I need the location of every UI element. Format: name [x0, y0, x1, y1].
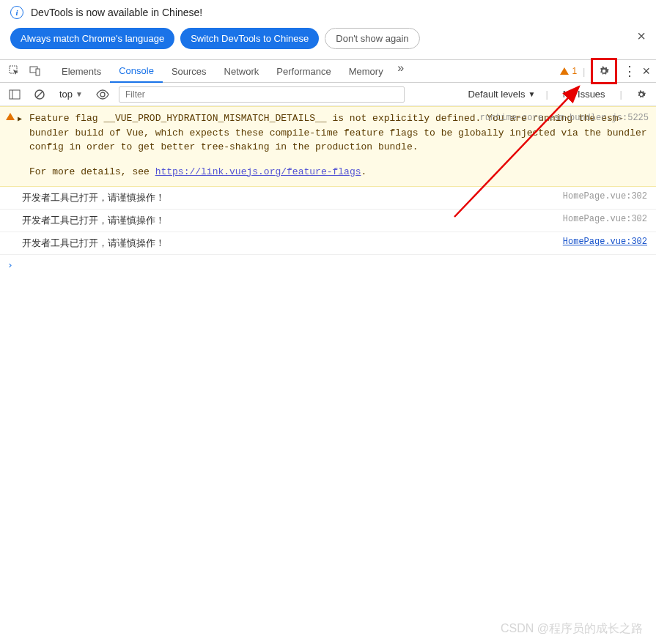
log-levels-selector[interactable]: Default levels ▼ [468, 89, 535, 100]
svg-line-6 [37, 92, 43, 97]
console-log-message[interactable]: 开发者工具已打开，请谨慎操作！ HomePage.vue:302 [0, 210, 656, 232]
console-settings-gear-icon[interactable] [633, 86, 650, 103]
message-source-link[interactable]: runtime-core.esm-bundler.js:5225 [480, 111, 649, 125]
clear-console-icon[interactable] [31, 86, 48, 103]
message-source-link[interactable]: HomePage.vue:302 [563, 214, 647, 224]
devtools-close-icon[interactable]: × [642, 64, 650, 79]
warning-triangle-icon [560, 67, 569, 75]
toggle-sidebar-icon[interactable] [6, 86, 23, 103]
warning-count: 1 [572, 66, 577, 76]
levels-label: Default levels [468, 89, 525, 100]
tab-performance[interactable]: Performance [268, 59, 339, 83]
console-warning-message[interactable]: ▶ runtime-core.esm-bundler.js:5225 Featu… [0, 106, 656, 187]
tabs-list: Elements Console Sources Network Perform… [53, 59, 410, 83]
console-log-message[interactable]: 开发者工具已打开，请谨慎操作！ HomePage.vue:302 [0, 187, 656, 210]
infobar-message: DevTools is now available in Chinese! [31, 7, 202, 18]
log-text: 开发者工具已打开，请谨慎操作！ [22, 238, 165, 249]
tab-network[interactable]: Network [215, 59, 268, 83]
always-match-button[interactable]: Always match Chrome's language [10, 28, 174, 49]
warning-count-badge[interactable]: 1 [560, 66, 577, 76]
svg-rect-3 [10, 90, 20, 99]
divider: | [583, 66, 585, 77]
console-prompt[interactable]: › [0, 255, 656, 275]
infobar-buttons: Always match Chrome's language Switch De… [0, 25, 656, 59]
caret-down-icon: ▼ [75, 90, 83, 98]
more-options-icon[interactable]: ⋮ [623, 64, 636, 78]
tab-memory[interactable]: Memory [340, 59, 392, 83]
prompt-chevron-icon: › [7, 259, 13, 270]
dont-show-button[interactable]: Don't show again [325, 28, 419, 49]
more-tabs-icon[interactable]: » [392, 59, 410, 77]
caret-down-icon: ▼ [528, 90, 536, 98]
warning-triangle-icon [6, 113, 15, 120]
infobar-close-icon[interactable]: × [637, 28, 646, 45]
settings-gear-icon[interactable] [595, 62, 613, 80]
feature-flags-link[interactable]: https://link.vuejs.org/feature-flags [155, 166, 361, 177]
device-toggle-icon[interactable] [26, 62, 44, 80]
tab-console[interactable]: Console [110, 59, 163, 83]
filter-input[interactable] [119, 86, 405, 103]
log-text: 开发者工具已打开，请谨慎操作！ [22, 215, 165, 226]
tabs-right-controls: 1 | ⋮ × [560, 58, 650, 84]
console-toolbar: top ▼ Default levels ▼ | No Issues | [0, 83, 656, 106]
switch-chinese-button[interactable]: Switch DevTools to Chinese [180, 28, 319, 49]
settings-highlight-box [591, 58, 617, 84]
info-icon: i [10, 6, 23, 19]
message-source-link[interactable]: HomePage.vue:302 [563, 191, 647, 201]
watermark: CSDN @程序员的成长之路 [501, 621, 643, 637]
divider: | [620, 89, 622, 100]
warning-text-2: For more details, see https://link.vuejs… [29, 165, 649, 179]
console-body: ▶ runtime-core.esm-bundler.js:5225 Featu… [0, 106, 656, 275]
inspect-element-icon[interactable] [6, 62, 23, 80]
log-text: 开发者工具已打开，请谨慎操作！ [22, 193, 165, 204]
devtools-tabs-bar: Elements Console Sources Network Perform… [0, 59, 656, 83]
expand-arrow-icon[interactable]: ▶ [18, 114, 22, 125]
tab-sources[interactable]: Sources [163, 59, 215, 83]
context-label: top [59, 89, 73, 100]
tab-elements[interactable]: Elements [53, 59, 110, 83]
svg-rect-2 [36, 69, 40, 75]
context-selector[interactable]: top ▼ [56, 86, 86, 102]
message-source-link[interactable]: HomePage.vue:302 [563, 237, 647, 247]
language-infobar: i DevTools is now available in Chinese! [0, 0, 656, 25]
console-log-message[interactable]: 开发者工具已打开，请谨慎操作！ HomePage.vue:302 [0, 232, 656, 255]
live-expression-icon[interactable] [94, 86, 111, 103]
issues-label[interactable]: No Issues [559, 89, 610, 100]
divider: | [545, 89, 548, 100]
